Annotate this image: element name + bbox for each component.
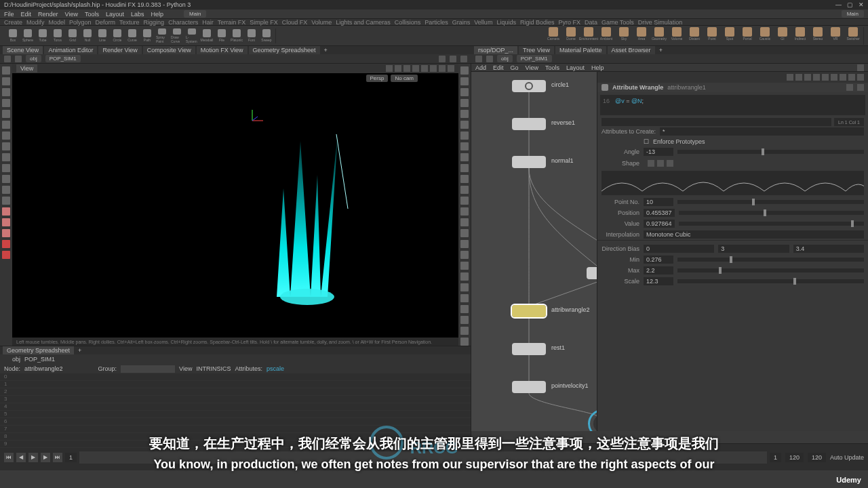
table-row[interactable]: 4	[0, 403, 471, 411]
viewport-display-icon[interactable]	[460, 66, 469, 75]
shelf-tab[interactable]: Cloud FX	[282, 19, 308, 26]
vp-icon[interactable]	[421, 65, 428, 72]
shelf-tool[interactable]: Font	[245, 28, 258, 43]
viewport-display-icon[interactable]	[460, 186, 469, 194]
menu-layout[interactable]: Layout	[106, 11, 124, 18]
tab-geo-spread[interactable]: Geometry Spreadsheet	[249, 46, 320, 54]
shelf-tool[interactable]: L-System	[186, 28, 198, 43]
shelf-tab[interactable]: Pyro FX	[558, 19, 580, 26]
ramp-gear-icon[interactable]	[667, 160, 673, 167]
node-normal1[interactable]	[512, 156, 546, 168]
shelf-tab[interactable]: Grains	[452, 19, 471, 26]
path-obj-r[interactable]: obj	[497, 55, 513, 62]
viewport-display-icon[interactable]	[460, 110, 469, 118]
shelf-light-tool[interactable]: VR	[828, 27, 843, 45]
vp-icon[interactable]	[412, 65, 419, 72]
position-value[interactable]: 0.455387	[644, 209, 675, 217]
shelf-tool[interactable]: Draw Curve	[171, 28, 183, 43]
shelf-tab[interactable]: Particles	[425, 19, 448, 26]
vp-icon[interactable]	[430, 65, 437, 72]
shelf-tab[interactable]: Simple FX	[250, 19, 278, 26]
min-slider[interactable]	[677, 258, 864, 262]
net-menu-edit[interactable]: Edit	[493, 64, 504, 71]
shelf-tool[interactable]: Line	[96, 28, 108, 43]
path-obj[interactable]: obj	[26, 55, 41, 62]
menu-tools[interactable]: Tools	[85, 11, 99, 18]
gear-icon[interactable]	[846, 84, 853, 91]
viewport-tool-icon[interactable]	[2, 77, 10, 85]
shelf-tool[interactable]: Metaball	[201, 28, 213, 43]
shelf-tool[interactable]: Sphere	[22, 28, 34, 43]
viewport-tool-icon[interactable]	[2, 240, 10, 248]
tab-asset[interactable]: Asset Browser	[608, 46, 655, 54]
tab-add-icon-right[interactable]: +	[656, 46, 665, 54]
desktop-main-button-right[interactable]: Main	[842, 10, 864, 18]
param-icon[interactable]	[857, 74, 864, 81]
table-row[interactable]: 3	[0, 396, 471, 403]
viewport-display-icon[interactable]	[460, 131, 469, 140]
node-pointvelocity1[interactable]	[512, 381, 546, 393]
path-node-r[interactable]: POP_SIM1	[517, 55, 552, 62]
table-row[interactable]: 5	[0, 411, 471, 418]
shelf-tool[interactable]: Sweep	[260, 28, 273, 43]
viewport-display-icon[interactable]	[460, 99, 469, 107]
ss-path-node[interactable]: POP_SIM1	[24, 356, 55, 363]
value-slider[interactable]	[679, 222, 864, 226]
shelf-tab[interactable]: Game Tools	[601, 19, 634, 26]
viewport-tool-icon[interactable]	[2, 229, 10, 237]
table-row[interactable]: 2	[0, 388, 471, 396]
shelf-light-tool[interactable]: Switcher	[846, 27, 861, 45]
viewport-display-icon[interactable]	[460, 88, 469, 96]
viewport-display-icon[interactable]	[460, 197, 469, 205]
shelf-tab[interactable]: Characters	[168, 19, 198, 26]
angle-slider[interactable]	[677, 150, 864, 154]
net-menu-help[interactable]: Help	[591, 64, 604, 71]
shelf-tab[interactable]: Collisions	[395, 19, 421, 26]
tab-network[interactable]: rsop/DOP_...	[474, 46, 517, 54]
viewport-tool-icon[interactable]	[2, 186, 10, 194]
min-value[interactable]: 0.276	[644, 256, 673, 264]
viewport-persp[interactable]: Persp	[366, 75, 389, 82]
scale-slider[interactable]	[677, 279, 864, 283]
menu-help[interactable]: Help	[151, 11, 164, 18]
minimize-icon[interactable]: —	[835, 1, 842, 8]
ramp-add-icon[interactable]	[648, 160, 654, 167]
nav-back-icon[interactable]	[475, 56, 482, 62]
net-menu-add[interactable]: Add	[475, 64, 486, 71]
viewport-display-icon[interactable]	[460, 229, 469, 237]
desktop-main-button[interactable]: Main	[184, 10, 206, 18]
shelf-tool[interactable]: Null	[81, 28, 94, 43]
viewport-tool-icon[interactable]	[2, 142, 10, 150]
shelf-light-tool[interactable]: Portal	[740, 27, 755, 45]
angle-value[interactable]: -13	[644, 148, 673, 156]
table-row[interactable]: 6	[0, 418, 471, 426]
dirbias-2[interactable]: 3.4	[793, 245, 864, 253]
path-icon[interactable]	[439, 56, 446, 62]
close-icon[interactable]: ✕	[859, 1, 864, 8]
shelf-light-tool[interactable]: Area	[634, 27, 649, 45]
shelf-tool[interactable]: File	[216, 28, 228, 43]
ss-path-obj[interactable]: obj	[12, 356, 20, 363]
shelf-tab[interactable]: Create	[4, 19, 22, 26]
shelf-tool[interactable]: Grid	[66, 28, 79, 43]
viewport-display-icon[interactable]	[460, 153, 469, 161]
viewport-display-icon[interactable]	[460, 283, 469, 291]
menu-labs[interactable]: Labs	[131, 11, 144, 18]
viewport-tool-icon[interactable]	[2, 175, 10, 183]
param-icon[interactable]	[813, 74, 820, 81]
tab-anim-editor[interactable]: Animation Editor	[44, 46, 97, 54]
net-menu-tools[interactable]: Tools	[545, 64, 559, 71]
enforce-checkbox[interactable]: ☐	[644, 138, 649, 145]
vp-icon[interactable]	[395, 65, 401, 72]
path-icon[interactable]	[450, 56, 456, 62]
net-menu-go[interactable]: Go	[511, 64, 519, 71]
viewport-tool-icon[interactable]	[2, 66, 10, 75]
shelf-tool[interactable]: Platonic	[231, 28, 243, 43]
viewport-display-icon[interactable]	[460, 272, 469, 281]
menu-edit[interactable]: Edit	[21, 11, 32, 18]
viewport-tool-icon[interactable]	[2, 153, 10, 161]
shelf-light-tool[interactable]: Caustic	[757, 27, 772, 45]
param-icon[interactable]	[831, 74, 837, 81]
shelf-tool[interactable]: Circle	[111, 28, 123, 43]
max-slider[interactable]	[677, 268, 864, 272]
